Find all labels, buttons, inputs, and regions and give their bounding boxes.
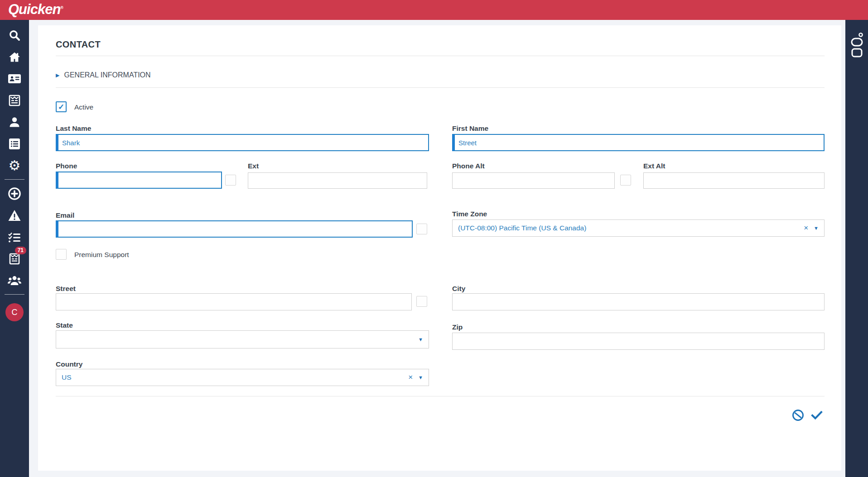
city-label: City: [452, 285, 465, 293]
users-group-icon: [7, 275, 22, 286]
premium-support-checkbox[interactable]: [56, 249, 67, 260]
street-checkbox[interactable]: [416, 296, 427, 307]
sidebar-item-order-form[interactable]: [0, 90, 29, 111]
city-input[interactable]: [452, 293, 825, 310]
sidebar-item-search[interactable]: [0, 24, 29, 46]
phone-alt-label: Phone Alt: [452, 162, 485, 170]
sidebar-item-alerts[interactable]: [0, 205, 29, 226]
clear-icon[interactable]: ×: [804, 224, 808, 233]
notification-badge: 71: [15, 247, 26, 254]
chevron-down-icon[interactable]: ▼: [418, 375, 423, 380]
first-name-input[interactable]: [452, 134, 825, 151]
ext-input[interactable]: [248, 172, 427, 189]
clear-icon[interactable]: ×: [408, 373, 413, 382]
email-input[interactable]: [56, 220, 413, 238]
zip-input[interactable]: [452, 333, 825, 350]
divider: [56, 87, 825, 88]
country-select[interactable]: US × ▼: [56, 369, 429, 386]
home-icon: [8, 51, 21, 63]
active-checkbox[interactable]: [56, 101, 67, 112]
zip-label: Zip: [452, 323, 463, 331]
form-actions: [792, 409, 823, 421]
sidebar-item-add[interactable]: [0, 183, 29, 205]
warning-triangle-icon: [8, 209, 21, 222]
user-avatar[interactable]: C: [5, 303, 24, 321]
contact-form-card: CONTACT ▶ GENERAL INFORMATION Active Las…: [38, 25, 841, 471]
phone-checkbox[interactable]: [225, 175, 236, 186]
first-name-label: First Name: [452, 124, 488, 133]
left-sidebar: ⚙ 71: [0, 20, 29, 477]
sidebar-item-teams[interactable]: [0, 270, 29, 291]
country-value: US: [62, 373, 72, 382]
cancel-ban-icon[interactable]: [792, 409, 804, 421]
list-icon: [8, 138, 21, 150]
address-card-icon: [8, 73, 21, 85]
street-input[interactable]: [56, 293, 412, 310]
page-title: CONTACT: [56, 39, 101, 50]
divider: [56, 56, 825, 56]
plus-circle-icon: [8, 187, 21, 200]
sidebar-item-user[interactable]: [0, 111, 29, 133]
sidebar-item-settings[interactable]: ⚙: [0, 155, 29, 176]
last-name-label: Last Name: [56, 124, 91, 133]
forms-clipboard-icon: [8, 253, 21, 265]
time-zone-select[interactable]: (UTC-08:00) Pacific Time (US & Canada) ×…: [452, 219, 825, 237]
right-rail: [845, 20, 868, 477]
premium-support-label: Premium Support: [74, 251, 129, 259]
ext-label: Ext: [248, 162, 259, 170]
sidebar-item-tasks[interactable]: [0, 226, 29, 248]
sidebar-divider: [5, 294, 24, 295]
state-label: State: [56, 321, 73, 329]
active-label: Active: [74, 103, 93, 111]
sidebar-item-home[interactable]: [0, 46, 29, 68]
collapse-arrow-icon: ▶: [56, 73, 59, 78]
time-zone-value: (UTC-08:00) Pacific Time (US & Canada): [458, 224, 586, 232]
phone-input[interactable]: [56, 172, 222, 189]
sidebar-item-forms[interactable]: 71: [0, 248, 29, 270]
right-rail-handle-icon[interactable]: [848, 31, 866, 59]
chevron-down-icon[interactable]: ▼: [418, 337, 423, 342]
sidebar-item-contacts[interactable]: [0, 68, 29, 90]
country-label: Country: [56, 360, 82, 368]
ext-alt-label: Ext Alt: [643, 162, 665, 170]
state-select[interactable]: ▼: [56, 330, 429, 348]
last-name-input[interactable]: [56, 134, 429, 151]
app-header: Quicken®: [0, 0, 868, 20]
sidebar-item-list[interactable]: [0, 133, 29, 155]
user-icon: [8, 116, 21, 129]
ext-alt-input[interactable]: [643, 172, 825, 189]
email-label: Email: [56, 211, 74, 219]
search-icon: [8, 29, 21, 42]
email-checkbox[interactable]: [416, 224, 427, 234]
section-general-information[interactable]: ▶ GENERAL INFORMATION: [56, 71, 151, 79]
sidebar-divider: [5, 179, 24, 180]
phone-alt-checkbox[interactable]: [620, 175, 631, 186]
section-title: GENERAL INFORMATION: [64, 71, 150, 79]
save-check-icon[interactable]: [810, 409, 823, 421]
phone-alt-input[interactable]: [452, 172, 615, 189]
quicken-logo: Quicken®: [8, 1, 63, 18]
chevron-down-icon[interactable]: ▼: [814, 225, 819, 231]
order-form-icon: [8, 94, 21, 107]
time-zone-label: Time Zone: [452, 210, 487, 218]
avatar-initial: C: [12, 308, 18, 317]
gear-icon: ⚙: [9, 159, 21, 172]
street-label: Street: [56, 285, 76, 293]
tasks-checklist-icon: [8, 231, 21, 243]
phone-label: Phone: [56, 162, 77, 170]
divider: [56, 396, 825, 396]
